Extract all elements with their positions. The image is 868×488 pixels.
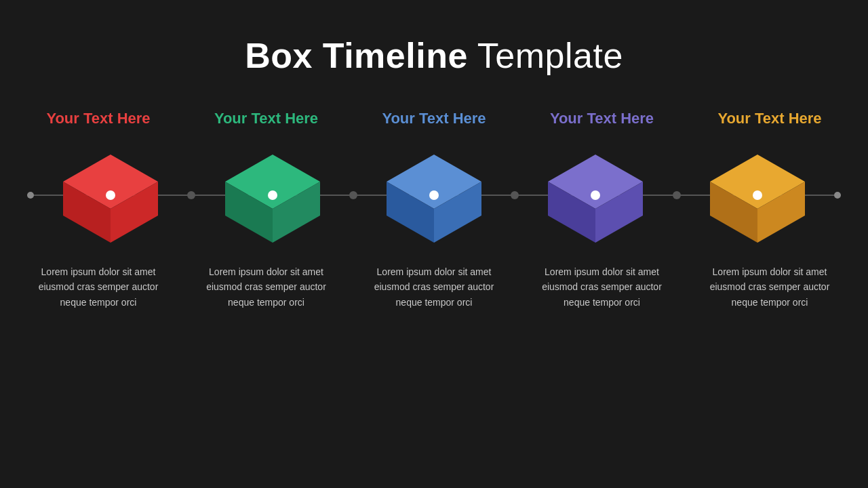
description-4: Lorem ipsum dolor sit amet eiusmod cras … — [531, 264, 673, 310]
description-1: Lorem ipsum dolor sit amet eiusmod cras … — [27, 264, 170, 310]
label-2: Your Text Here — [195, 110, 338, 127]
connector-dot-2 — [349, 191, 357, 199]
cube-item-3 — [380, 141, 488, 249]
page-title: Box Timeline Template — [245, 35, 623, 76]
cube-item-2 — [218, 141, 327, 249]
timeline-dot-1 — [106, 190, 115, 200]
timeline-dot-5 — [753, 190, 762, 200]
timeline-dot-2 — [268, 190, 277, 200]
description-3: Lorem ipsum dolor sit amet eiusmod cras … — [363, 264, 505, 310]
connector-dot-1 — [187, 191, 195, 199]
cube-item-1 — [56, 141, 165, 249]
connector-dot-4 — [673, 191, 681, 199]
timeline-end-right — [834, 192, 841, 199]
timeline-row — [27, 141, 841, 249]
timeline-dot-4 — [591, 190, 600, 200]
cube-item-5 — [703, 141, 812, 249]
label-1: Your Text Here — [27, 110, 170, 127]
title-regular: Template — [468, 36, 623, 75]
timeline-dot-3 — [429, 190, 439, 200]
label-3: Your Text Here — [363, 110, 505, 127]
title-bold: Box Timeline — [245, 36, 468, 75]
description-2: Lorem ipsum dolor sit amet eiusmod cras … — [195, 264, 338, 310]
timeline-items — [27, 141, 841, 249]
connector-dot-3 — [511, 191, 519, 199]
cube-item-4 — [541, 141, 650, 249]
label-5: Your Text Here — [698, 110, 841, 127]
timeline-end-left — [27, 192, 34, 199]
description-5: Lorem ipsum dolor sit amet eiusmod cras … — [698, 264, 841, 310]
label-4: Your Text Here — [531, 110, 673, 127]
descriptions-row: Lorem ipsum dolor sit amet eiusmod cras … — [27, 264, 841, 310]
timeline-section: Your Text Here Your Text Here Your Text … — [0, 110, 868, 310]
labels-row: Your Text Here Your Text Here Your Text … — [27, 110, 841, 127]
